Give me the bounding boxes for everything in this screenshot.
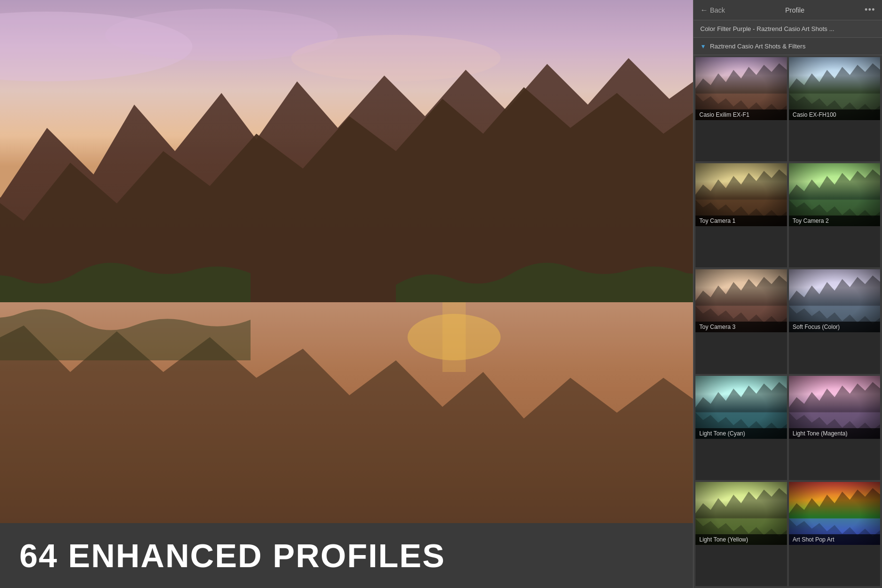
preset-label-casio-ex-fh100: Casio EX-FH100 xyxy=(789,109,881,120)
back-button[interactable]: ← Back xyxy=(700,6,725,15)
preset-item-toy-camera-3[interactable]: Toy Camera 3 xyxy=(695,269,787,373)
preset-label-toy-camera-3: Toy Camera 3 xyxy=(695,322,787,332)
back-arrow-icon: ← xyxy=(700,6,708,15)
panel-title: Profile xyxy=(729,6,861,14)
preset-label-light-tone-magenta: Light Tone (Magenta) xyxy=(789,428,881,439)
section-header: ▼ Raztrend Casio Art Shots & Filters xyxy=(693,38,882,55)
svg-rect-8 xyxy=(0,0,693,523)
more-options-button[interactable]: ••• xyxy=(865,5,875,15)
preset-item-casio-exilim-ex-f1[interactable]: Casio Exilim EX-F1 xyxy=(695,57,787,161)
preset-item-art-shot-pop-art[interactable]: Art Shot Pop Art xyxy=(789,482,881,586)
preset-label-toy-camera-1: Toy Camera 1 xyxy=(695,216,787,226)
preset-item-toy-camera-1[interactable]: Toy Camera 1 xyxy=(695,163,787,267)
presets-grid: Casio Exilim EX-F1Casio EX-FH100Toy Came… xyxy=(693,55,882,588)
preset-thumb-light-tone-cyan: Light Tone (Cyan) xyxy=(695,376,787,439)
preset-label-light-tone-yellow: Light Tone (Yellow) xyxy=(695,534,787,545)
grid-scroll-area: Casio Exilim EX-F1Casio EX-FH100Toy Came… xyxy=(693,55,882,588)
preset-thumb-toy-camera-1: Toy Camera 1 xyxy=(695,163,787,226)
preset-thumb-light-tone-yellow: Light Tone (Yellow) xyxy=(695,482,787,545)
preset-thumb-art-shot-pop-art: Art Shot Pop Art xyxy=(789,482,881,545)
preset-label-toy-camera-2: Toy Camera 2 xyxy=(789,216,881,226)
breadcrumb-bar: Color Filter Purple - Raztrend Casio Art… xyxy=(693,20,882,38)
left-panel: 64 ENHANCED PROFILES xyxy=(0,0,693,588)
main-photo xyxy=(0,0,693,523)
preset-thumb-casio-ex-fh100: Casio EX-FH100 xyxy=(789,57,881,120)
right-panel: ← Back Profile ••• Color Filter Purple -… xyxy=(693,0,882,588)
preset-label-casio-exilim-ex-f1: Casio Exilim EX-F1 xyxy=(695,109,787,120)
preset-item-light-tone-magenta[interactable]: Light Tone (Magenta) xyxy=(789,376,881,480)
preset-thumb-toy-camera-3: Toy Camera 3 xyxy=(695,269,787,332)
preset-label-soft-focus-color: Soft Focus (Color) xyxy=(789,322,881,332)
preset-thumb-soft-focus-color: Soft Focus (Color) xyxy=(789,269,881,332)
preset-thumb-toy-camera-2: Toy Camera 2 xyxy=(789,163,881,226)
breadcrumb-text: Color Filter Purple - Raztrend Casio Art… xyxy=(700,25,875,32)
preset-item-light-tone-yellow[interactable]: Light Tone (Yellow) xyxy=(695,482,787,586)
preset-item-casio-ex-fh100[interactable]: Casio EX-FH100 xyxy=(789,57,881,161)
preset-thumb-light-tone-magenta: Light Tone (Magenta) xyxy=(789,376,881,439)
panel-header: ← Back Profile ••• xyxy=(693,0,882,20)
preset-item-light-tone-cyan[interactable]: Light Tone (Cyan) xyxy=(695,376,787,480)
main-image-area xyxy=(0,0,693,523)
back-label: Back xyxy=(710,6,725,14)
caption-bar: 64 ENHANCED PROFILES xyxy=(0,523,693,588)
caption-text: 64 ENHANCED PROFILES xyxy=(19,537,674,574)
section-title: Raztrend Casio Art Shots & Filters xyxy=(710,43,805,50)
preset-label-light-tone-cyan: Light Tone (Cyan) xyxy=(695,428,787,439)
preset-label-art-shot-pop-art: Art Shot Pop Art xyxy=(789,534,881,545)
preset-item-toy-camera-2[interactable]: Toy Camera 2 xyxy=(789,163,881,267)
preset-item-soft-focus-color[interactable]: Soft Focus (Color) xyxy=(789,269,881,373)
preset-thumb-casio-exilim-ex-f1: Casio Exilim EX-F1 xyxy=(695,57,787,120)
collapse-triangle-icon[interactable]: ▼ xyxy=(700,43,706,50)
